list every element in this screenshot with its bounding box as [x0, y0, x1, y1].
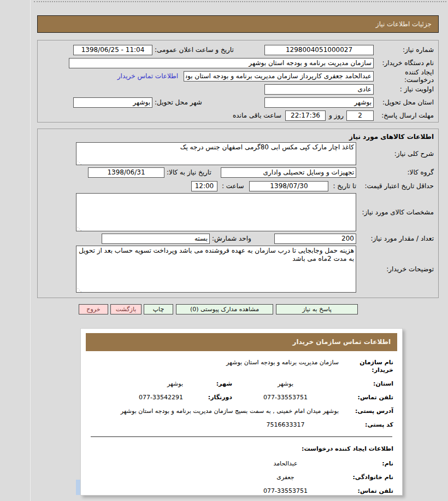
deadline-days-field[interactable]	[346, 110, 374, 121]
need-number-field[interactable]	[264, 45, 374, 55]
buyer-org-field[interactable]	[69, 58, 374, 68]
quantity-row: تعداد / مقدار مورد نیاز: واحد شمارش:	[42, 232, 434, 245]
delivery-city-field[interactable]	[73, 97, 152, 108]
need-date-field[interactable]	[88, 167, 164, 178]
creator-phone-value: 077-33553751	[232, 487, 339, 495]
specs-row: مشخصات کالای مورد نیاز: ⋰	[42, 193, 434, 231]
deadline-time-field[interactable]	[285, 110, 326, 121]
quantity-field[interactable]	[274, 234, 356, 244]
exit-button[interactable]: خروج	[79, 304, 108, 314]
goods-group-row: گروه کالا: تاریخ نیاز به کالا:	[42, 166, 434, 179]
response-deadline-row: مهلت ارسال پاسخ: روز و ساعت باقی مانده	[42, 109, 434, 122]
quantity-label: تعداد / مقدار مورد نیاز:	[356, 235, 434, 242]
contact-province-value: بوشهر	[232, 380, 339, 388]
contact-city-label: شهر:	[183, 380, 232, 388]
buyer-contact-link[interactable]: اطلاعات تماس خریدار	[117, 72, 178, 80]
contact-postal-row: کد پستی: 7516633317	[90, 421, 393, 429]
contact-phone-value: 077-33553751	[232, 394, 339, 401]
buyer-contact-popup: اطلاعات تماس سازمان خریدار نام سازمان خر…	[80, 328, 403, 496]
contact-fax-label: دورنگار:	[183, 394, 232, 401]
priority-field[interactable]	[264, 84, 374, 95]
contact-popup-title: اطلاعات تماس سازمان خریدار	[86, 333, 397, 351]
until-date-label: تا تاریخ :	[333, 182, 356, 190]
buyer-org-row: نام دستگاه خریدار:	[42, 56, 434, 69]
respond-to-need-button[interactable]: پاسخ به نیاز	[276, 304, 358, 314]
contact-phone-fax-row: تلفن تماس: 077-33553751 دورنگار: 077-335…	[90, 394, 393, 401]
goods-info-panel: اطلاعات کالاهای مورد نیاز شرح کلی نیاز: …	[37, 129, 439, 298]
buyer-notes-label: توضیحات خریدار:	[356, 265, 434, 273]
hour-field[interactable]	[191, 181, 217, 191]
goods-group-field[interactable]	[221, 167, 356, 178]
action-button-bar: پاسخ به نیاز مشاهده مدارک پیوستی (0) چاپ…	[79, 304, 358, 314]
delivery-city-label: شهر محل تحویل:	[152, 98, 245, 106]
view-attachments-button[interactable]: مشاهده مدارک پیوستی (0)	[176, 304, 273, 314]
creator-phone-label: تلفن تماس:	[339, 487, 393, 495]
background-scrollbar-sliver	[76, 480, 80, 495]
request-creator-row: ایجاد کننده درخواست: اطلاعات تماس خریدار	[42, 69, 434, 83]
buyer-notes-row: توضیحات خریدار: هزینه حمل وجابجایی تا در…	[42, 246, 434, 293]
creator-first-name-label: نام:	[339, 460, 393, 468]
price-validity-row: حداقل تاریخ اعتبار قیمت: تا تاریخ : ساعت…	[42, 179, 434, 193]
general-desc-textarea[interactable]: کاغذ اچار مارک کپی مکس ابی 80گرمی اصفهان…	[76, 142, 356, 165]
buyer-notes-textarea[interactable]: هزینه حمل وجابجایی تا درب سازمان به عهده…	[76, 246, 356, 293]
contact-address-value: بوشهر میدان امام خمینی , به سمت بسیج ساز…	[90, 407, 339, 415]
deadline-days-suffix: روز و	[329, 112, 344, 119]
unit-label: واحد شمارش:	[210, 235, 252, 242]
contact-city-value: بوشهر	[96, 380, 183, 388]
specs-label: مشخصات کالای مورد نیاز:	[356, 208, 434, 216]
back-button[interactable]: بازگشت	[110, 304, 142, 314]
creator-last-name-value: جعفری	[232, 474, 339, 481]
unit-field[interactable]	[102, 234, 210, 244]
publish-datetime-field[interactable]	[73, 45, 152, 55]
creator-last-name-label: نام خانوادگی:	[339, 474, 393, 481]
creator-phone-row: تلفن تماس: 077-33553751	[90, 487, 393, 495]
contact-popup-body: نام سازمان خریدار: سازمان مدیریت برنامه …	[81, 351, 402, 495]
request-creator-label: ایجاد کننده درخواست:	[374, 68, 434, 84]
general-desc-row: شرح کلی نیاز: کاغذ اچار مارک کپی مکس ابی…	[42, 142, 434, 165]
print-button[interactable]: چاپ	[144, 304, 173, 314]
creator-section-title: اطلاعات ایجاد کننده درخواست:	[90, 445, 393, 452]
contact-org-label: نام سازمان خریدار:	[339, 359, 393, 374]
goods-group-label: گروه کالا:	[356, 168, 434, 176]
contact-org-value: سازمان مدیریت برنامه و بودجه استان بوشهر	[232, 359, 339, 366]
contact-divider	[91, 436, 392, 437]
need-date-label: تاریخ نیاز به کالا:	[164, 168, 221, 176]
page-left-rule	[30, 0, 31, 501]
need-number-row: شماره نیاز: تاریخ و ساعت اعلان عمومی:	[42, 43, 434, 56]
top-dotted-divider	[34, 1, 446, 2]
contact-org-row: نام سازمان خریدار: سازمان مدیریت برنامه …	[90, 359, 393, 374]
delivery-province-field[interactable]	[264, 97, 374, 108]
need-info-panel: شماره نیاز: تاریخ و ساعت اعلان عمومی: نا…	[37, 40, 439, 123]
contact-postal-label: کد پستی:	[339, 421, 393, 429]
hour-label: ساعت :	[222, 182, 244, 190]
deadline-label: مهلت ارسال پاسخ:	[374, 112, 434, 119]
publish-datetime-label: تاریخ و ساعت اعلان عمومی:	[152, 46, 245, 54]
priority-row: اولویت نیاز :	[42, 83, 434, 96]
general-desc-label: شرح کلی نیاز:	[356, 150, 434, 158]
creator-first-name-value: عبدالحامد	[232, 460, 339, 468]
contact-address-label: آدرس پستی:	[339, 407, 393, 415]
need-details-page: { "colors": { "header_bar": "#977549", "…	[0, 0, 448, 501]
contact-province-city-row: استان: بوشهر شهر: بوشهر	[90, 380, 393, 388]
creator-last-name-row: نام خانوادگی: جعفری	[90, 474, 393, 481]
goods-section-title: اطلاعات کالاهای مورد نیاز	[42, 131, 434, 142]
delivery-location-row: استان محل تحویل: شهر محل تحویل:	[42, 96, 434, 109]
priority-label: اولویت نیاز :	[374, 85, 434, 93]
request-creator-field[interactable]	[184, 71, 374, 81]
specs-textarea[interactable]	[76, 193, 356, 231]
delivery-province-label: استان محل تحویل:	[374, 98, 434, 106]
contact-postal-value: 7516633317	[232, 421, 339, 429]
contact-province-label: استان:	[339, 380, 393, 388]
until-date-field[interactable]	[249, 181, 328, 191]
need-number-label: شماره نیاز:	[374, 46, 434, 54]
creator-first-name-row: نام: عبدالحامد	[90, 460, 393, 468]
page-title: جزئیات اطلاعات نیاز	[37, 15, 439, 33]
buyer-org-label: نام دستگاه خریدار:	[374, 59, 434, 67]
contact-fax-value: 077-33542291	[139, 394, 183, 401]
contact-phone-label: تلفن تماس:	[339, 394, 393, 401]
price-validity-label: حداقل تاریخ اعتبار قیمت:	[356, 182, 434, 190]
deadline-suffix: ساعت باقی مانده	[233, 112, 281, 119]
contact-address-row: آدرس پستی: بوشهر میدان امام خمینی , به س…	[90, 407, 393, 415]
